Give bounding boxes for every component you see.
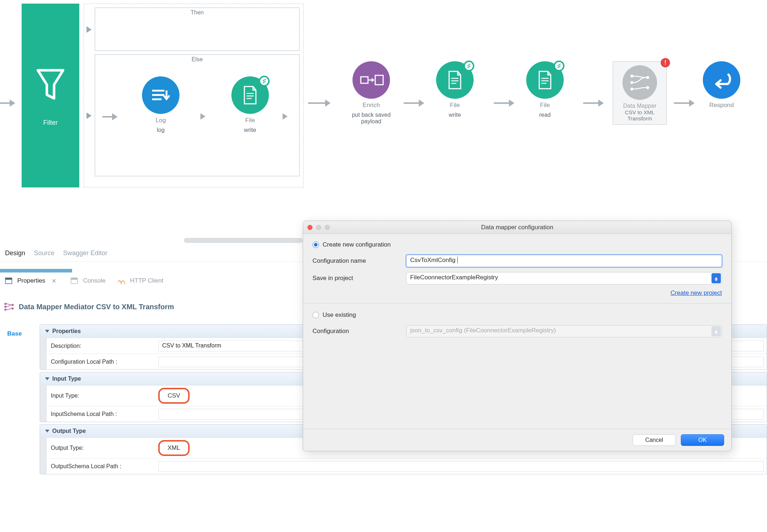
then-label: Then [95,8,299,17]
config-name-input[interactable]: CsvToXmlConfig [406,255,722,267]
active-tab-stripe [0,269,72,272]
flow-canvas: Filter Then Else Log [0,0,767,202]
enrich-node[interactable]: Enrich put back saved payload [342,61,400,125]
tab-source[interactable]: Source [34,249,54,257]
section-title: Properties [52,328,81,334]
close-window-icon[interactable] [307,225,312,230]
configuration-row: Configuration json_to_csv_config (FileCo… [312,325,722,337]
flow-arrow [102,116,117,118]
view-console[interactable]: Console [83,277,105,284]
window-controls[interactable] [307,225,330,230]
svg-rect-4 [247,96,254,97]
field-label: Description: [46,343,158,349]
collapse-icon [45,330,49,333]
data-mapper-node[interactable]: Data Mapper CSV to XML Transform [613,61,667,125]
svg-point-16 [630,88,633,90]
log-icon [142,76,179,114]
node-subtitle: put back saved payload [342,112,400,125]
filter-label: Filter [43,119,58,127]
node-subtitle: write [244,127,256,133]
collapse-icon [45,430,49,433]
file-write-node[interactable]: File write [231,76,269,133]
file-read-node[interactable]: File read [526,61,564,118]
close-icon[interactable]: ✕ [52,278,56,284]
dialog-footer: Cancel OK [303,429,731,451]
flow-arrow [674,102,694,104]
create-new-option[interactable]: Create new configuration [312,241,722,248]
svg-rect-13 [541,83,546,84]
radio-icon[interactable] [312,241,319,248]
enrich-icon [353,61,390,99]
filter-node[interactable]: Filter [22,4,79,187]
field-label: OutputSchema Local Path : [46,463,158,470]
svg-rect-22 [71,278,77,280]
side-tab-base[interactable]: Base [3,327,26,340]
cancel-button[interactable]: Cancel [633,434,676,446]
use-existing-label: Use existing [323,311,356,319]
branch-container: Then Else Log log [84,4,303,187]
ok-button[interactable]: OK [681,434,724,446]
flow-arrow [404,102,424,104]
field-label: InputSchema Local Path : [46,411,158,417]
config-name-row: Configuration name CsvToXmlConfig [312,255,722,267]
branch-entry-icon [87,26,92,33]
horizontal-scrollbar[interactable] [184,238,303,243]
node-title: File [245,117,255,124]
divider [303,303,731,303]
view-http-client[interactable]: HTTP Client [130,277,163,284]
svg-rect-1 [152,94,164,96]
svg-rect-0 [152,90,164,92]
flow-arrow [308,102,330,104]
file-write-node-2[interactable]: File write [436,61,474,118]
log-node[interactable]: Log log [142,76,179,133]
svg-rect-12 [541,80,549,81]
node-subtitle: log [157,127,164,133]
row-output-schema: OutputSchema Local Path : [40,458,767,474]
create-new-label: Create new configuration [323,241,391,248]
data-mapper-icon [622,65,657,100]
radio-icon[interactable] [312,312,319,318]
properties-icon [5,278,12,284]
http-client-icon [118,278,125,284]
tab-design[interactable]: Design [5,249,25,257]
svg-point-18 [646,86,649,89]
view-properties[interactable]: Properties [17,277,45,284]
dialog-titlebar[interactable]: Data mapper configuration [303,221,731,234]
flow-arrow-small [283,113,288,120]
node-title: Enrich [363,102,380,109]
flow-arrow [0,102,14,104]
data-mapper-config-dialog: Data mapper configuration Create new con… [303,221,732,451]
svg-point-24 [4,306,6,308]
error-badge-icon [661,58,670,67]
output-schema-value[interactable] [158,461,764,472]
svg-point-26 [12,304,14,306]
tab-swagger[interactable]: Swagger Editor [63,249,107,257]
else-branch[interactable]: Else Log log [95,54,300,176]
flow-arrow [583,102,603,104]
save-in-project-row: Save in project FileCoonnectorExampleReg… [312,272,722,284]
dialog-title: Data mapper configuration [303,224,731,231]
input-type-value[interactable]: CSV [158,388,190,404]
svg-rect-7 [375,75,383,85]
dialog-body: Create new configuration Configuration n… [303,234,731,429]
use-existing-option[interactable]: Use existing [312,311,722,319]
respond-icon [703,61,740,99]
svg-point-23 [4,303,6,305]
node-subtitle: write [449,112,461,118]
collapse-icon [45,377,49,380]
branch-entry-icon [87,112,92,119]
field-label: Input Type: [46,393,158,399]
section-title: Input Type [52,376,81,382]
select-value: json_to_csv_config (FileCoonnectorExampl… [410,327,556,334]
flow-arrow [494,102,514,104]
configuration-select: json_to_csv_config (FileCoonnectorExampl… [406,325,722,337]
save-in-project-select[interactable]: FileCoonnectorExampleRegistry [406,272,722,284]
panel-header: Data Mapper Mediator CSV to XML Transfor… [4,302,174,311]
then-branch[interactable]: Then [95,8,300,51]
svg-point-14 [630,75,633,77]
output-type-value[interactable]: XML [158,440,190,456]
respond-node[interactable]: Respond [703,61,740,109]
zoom-window-icon [325,225,330,230]
create-new-project-link[interactable]: Create new project [670,289,722,296]
svg-point-25 [4,309,6,311]
